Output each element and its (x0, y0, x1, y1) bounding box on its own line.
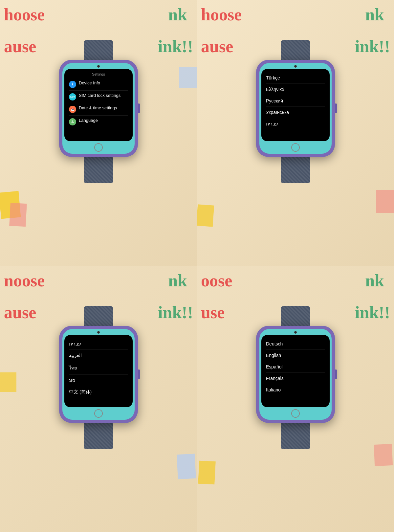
band-bottom-3 (84, 423, 113, 449)
quadrant-4: oose use nk ink!! Deutsch English Españo… (197, 266, 394, 532)
sticky-note-9 (374, 444, 393, 466)
watch-1: Settings ℹ Device Info SIM SIM card lock… (59, 40, 138, 183)
quadrant-1: hoose ause nk ink!! Settings ℹ Device In… (0, 0, 197, 266)
watch-screen-1: Settings ℹ Device Info SIM SIM card lock… (64, 69, 133, 141)
bg-text-12: ink!! (158, 303, 193, 322)
side-button-3 (138, 369, 140, 379)
lang-deutsch[interactable]: Deutsch (266, 338, 325, 350)
lang-hebrew[interactable]: עברית (266, 118, 325, 129)
info-icon: ℹ (69, 81, 76, 88)
lang-hebrew-2[interactable]: עברית (69, 338, 128, 350)
sticky-note-8 (198, 461, 216, 485)
home-button-4[interactable] (291, 409, 300, 418)
watch-body-1: Settings ℹ Device Info SIM SIM card lock… (59, 60, 138, 157)
side-button-2 (335, 103, 337, 113)
sticky-note-4 (376, 190, 394, 213)
screen-content-2: Türkçe Ελληνικά Русский Українська עברית (261, 69, 330, 141)
bg-text-5: hoose (201, 5, 242, 24)
bg-text-14: use (201, 303, 225, 322)
sticky-note-3 (179, 67, 197, 88)
side-button-1 (138, 103, 140, 113)
quadrant-3: noose ause nk ink!! עברית العربية ไทย סו… (0, 266, 197, 532)
band-top-2 (281, 40, 310, 60)
lang-somali[interactable]: סוג (69, 375, 128, 386)
screen-content-4: Deutsch English Español Français Italian… (261, 335, 330, 407)
bg-text-8: ink!! (355, 37, 390, 56)
sticky-note-5 (197, 204, 214, 227)
bg-text-1: hoose (4, 5, 45, 24)
watch-inner-1: Settings ℹ Device Info SIM SIM card lock… (62, 63, 135, 154)
home-button-1[interactable] (94, 143, 103, 152)
camera-dot-1 (97, 65, 100, 68)
sim-icon: SIM (69, 93, 76, 100)
date-icon: 📅 (69, 106, 76, 113)
lang-italian[interactable]: Italiano (266, 384, 325, 395)
side-button-4 (335, 369, 337, 379)
watch-screen-2: Türkçe Ελληνικά Русский Українська עברית (261, 69, 330, 141)
band-top-3 (84, 306, 113, 326)
lang-russian[interactable]: Русский (266, 95, 325, 107)
watch-screen-4: Deutsch English Español Français Italian… (261, 335, 330, 407)
screen-content-3: עברית العربية ไทย סוג 中文 (简休) (64, 335, 133, 407)
home-button-2[interactable] (291, 143, 300, 152)
camera-dot-3 (97, 331, 100, 334)
watch-4: Deutsch English Español Français Italian… (256, 306, 335, 449)
sticky-note-7 (0, 372, 16, 392)
lang-french[interactable]: Français (266, 373, 325, 384)
sticky-note-6 (177, 454, 196, 479)
camera-dot-4 (294, 331, 297, 334)
lang-arabic[interactable]: العربية (69, 350, 128, 361)
lang-spanish[interactable]: Español (266, 361, 325, 373)
band-top-4 (281, 306, 310, 326)
bg-text-16: ink!! (355, 303, 390, 322)
lang-ukrainian[interactable]: Українська (266, 107, 325, 118)
bg-text-10: ause (4, 303, 36, 322)
band-bottom-1 (84, 157, 113, 183)
band-bottom-2 (281, 157, 310, 183)
bg-text-9: noose (4, 271, 45, 290)
quadrant-2: hoose ause nk ink!! Türkçe Ελληνικά Русс… (197, 0, 394, 266)
watch-inner-4: Deutsch English Español Français Italian… (259, 329, 332, 420)
sim-label: SIM card lock settings (79, 93, 120, 99)
watch-3: עברית العربية ไทย סוג 中文 (简休) (59, 306, 138, 449)
bg-text-11: nk (168, 271, 187, 290)
bg-text-15: nk (365, 271, 384, 290)
watch-2: Türkçe Ελληνικά Русский Українська עברית (256, 40, 335, 183)
lang-turkish[interactable]: Türkçe (266, 72, 325, 84)
screen-title-1: Settings (69, 72, 128, 76)
screen-content-1: Settings ℹ Device Info SIM SIM card lock… (64, 69, 133, 141)
bg-text-3: nk (168, 5, 187, 24)
menu-item-language[interactable]: A Language (69, 116, 128, 128)
bg-text-7: nk (365, 5, 384, 24)
watch-body-4: Deutsch English Español Français Italian… (256, 326, 335, 423)
language-icon: A (69, 118, 76, 125)
menu-item-sim[interactable]: SIM SIM card lock settings (69, 91, 128, 103)
datetime-label: Date & time settings (79, 105, 117, 111)
watch-screen-3: עברית العربية ไทย סוג 中文 (简休) (64, 335, 133, 407)
device-info-label: Device Info (79, 80, 100, 86)
watch-inner-3: עברית العربية ไทย סוג 中文 (简休) (62, 329, 135, 420)
lang-thai[interactable]: ไทย (69, 361, 128, 375)
lang-chinese[interactable]: 中文 (简休) (69, 386, 128, 398)
menu-item-device-info[interactable]: ℹ Device Info (69, 78, 128, 91)
watch-inner-2: Türkçe Ελληνικά Русский Українська עברית (259, 63, 332, 154)
language-label: Language (79, 118, 98, 123)
lang-greek[interactable]: Ελληνικά (266, 84, 325, 95)
camera-dot-2 (294, 65, 297, 68)
bg-text-6: ause (201, 37, 233, 56)
bg-text-2: ause (4, 37, 36, 56)
menu-item-datetime[interactable]: 📅 Date & time settings (69, 103, 128, 116)
home-button-3[interactable] (94, 409, 103, 418)
sticky-note-2 (9, 203, 27, 227)
lang-english[interactable]: English (266, 350, 325, 361)
bg-text-13: oose (201, 271, 232, 290)
watch-body-3: עברית العربية ไทย סוג 中文 (简休) (59, 326, 138, 423)
watch-body-2: Türkçe Ελληνικά Русский Українська עברית (256, 60, 335, 157)
band-bottom-4 (281, 423, 310, 449)
band-top-1 (84, 40, 113, 60)
bg-text-4: ink!! (158, 37, 193, 56)
